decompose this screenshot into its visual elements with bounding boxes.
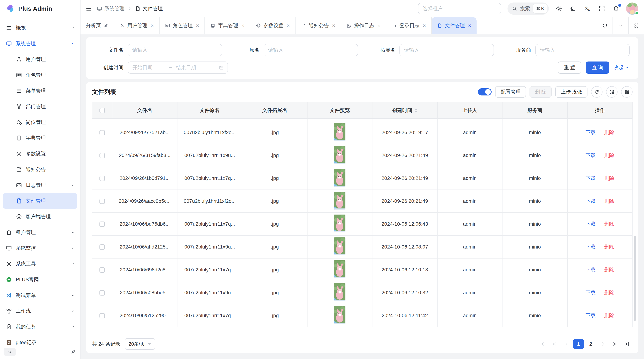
- config-manage-button[interactable]: 配置管理: [495, 86, 526, 98]
- row-checkbox[interactable]: [100, 222, 105, 227]
- tab-close-icon[interactable]: ×: [332, 23, 335, 28]
- sidebar-item-post-mgmt[interactable]: 岗位管理: [0, 114, 80, 130]
- delete-link[interactable]: 删除: [604, 221, 614, 227]
- sidebar-pin-button[interactable]: [70, 349, 76, 355]
- tab-close-icon[interactable]: ×: [196, 23, 199, 28]
- delete-link[interactable]: 删除: [604, 267, 614, 273]
- tab-user[interactable]: 用户管理×: [114, 17, 160, 34]
- sidebar-collapse-button[interactable]: [4, 348, 16, 356]
- tab-close-icon[interactable]: ×: [241, 23, 244, 28]
- cell-preview[interactable]: [307, 235, 372, 258]
- sidebar-item-tenant-mgmt[interactable]: 租户管理: [0, 225, 80, 240]
- filter-field-input[interactable]: [264, 44, 358, 56]
- download-link[interactable]: 下载: [586, 244, 596, 250]
- next-page-button[interactable]: [598, 339, 608, 349]
- tab-notice[interactable]: 通知公告×: [296, 17, 341, 34]
- sort-icon[interactable]: [414, 108, 417, 113]
- language-button[interactable]: 文A: [584, 5, 591, 12]
- prev-5-pages-button[interactable]: [549, 339, 560, 349]
- sidebar-item-param-setting[interactable]: 参数设置: [0, 146, 80, 162]
- column-header[interactable]: 创建时间: [372, 102, 438, 118]
- sidebar-item-log-mgmt[interactable]: 日志管理: [0, 177, 80, 193]
- column-header[interactable]: 操作: [568, 102, 632, 118]
- column-header[interactable]: 文件名: [112, 102, 177, 118]
- query-button[interactable]: 查 询: [586, 61, 609, 74]
- tab-close-icon[interactable]: ×: [423, 23, 426, 28]
- sidebar-item-test-menu[interactable]: 测试菜单: [0, 288, 80, 303]
- avatar[interactable]: [626, 2, 638, 15]
- sidebar-item-sys-monitor[interactable]: 系统监控: [0, 240, 80, 256]
- first-page-button[interactable]: [537, 339, 548, 349]
- sidebar-item-gitee-log[interactable]: gitee记录: [0, 335, 80, 345]
- sidebar-item-dict-mgmt[interactable]: 字典管理: [0, 130, 80, 146]
- global-search-button[interactable]: 搜索 K: [508, 2, 549, 15]
- fullscreen-button[interactable]: [598, 5, 605, 12]
- cell-preview[interactable]: [307, 167, 372, 190]
- tab-maximize-button[interactable]: [628, 17, 644, 34]
- row-checkbox[interactable]: [100, 313, 105, 319]
- cell-preview[interactable]: [307, 304, 372, 327]
- filter-field-input[interactable]: [128, 44, 222, 56]
- cell-preview[interactable]: [307, 258, 372, 281]
- tab-loginlog[interactable]: 登录日志×: [386, 17, 432, 34]
- tab-close-icon[interactable]: ×: [378, 23, 381, 28]
- cell-preview[interactable]: [307, 121, 372, 144]
- sidebar-item-user-mgmt[interactable]: 用户管理: [0, 51, 80, 67]
- download-link[interactable]: 下载: [586, 267, 596, 273]
- delete-link[interactable]: 删除: [604, 130, 614, 135]
- tab-oplog[interactable]: 操作日志×: [341, 17, 386, 34]
- menu-toggle-button[interactable]: [86, 5, 92, 12]
- sidebar-item-client-mgmt[interactable]: 客户端管理: [0, 209, 80, 225]
- download-link[interactable]: 下载: [586, 130, 596, 135]
- sidebar-item-system-mgmt[interactable]: 系统管理: [0, 36, 80, 51]
- breadcrumb-item[interactable]: 文件管理: [135, 5, 163, 12]
- search-toggle-switch[interactable]: [478, 88, 492, 95]
- delete-link[interactable]: 删除: [604, 175, 614, 181]
- sidebar-item-sys-tools[interactable]: 系统工具: [0, 256, 80, 272]
- tab-param[interactable]: 参数设置×: [250, 17, 296, 34]
- sidebar-item-notice[interactable]: 通知公告: [0, 162, 80, 177]
- table-scrollbar[interactable]: [634, 236, 636, 321]
- delete-link[interactable]: 删除: [604, 313, 614, 318]
- filter-field-input[interactable]: [400, 44, 494, 56]
- collapse-filter-link[interactable]: 收起: [614, 64, 630, 71]
- tab-analysis[interactable]: 分析页: [80, 17, 114, 34]
- sidebar-item-my-tasks[interactable]: 我的任务: [0, 319, 80, 335]
- row-checkbox[interactable]: [100, 267, 105, 273]
- sidebar-item-file-mgmt[interactable]: 文件管理: [3, 193, 77, 209]
- delete-link[interactable]: 删除: [604, 152, 614, 158]
- last-page-button[interactable]: [622, 339, 632, 349]
- cell-preview[interactable]: [307, 144, 372, 167]
- column-header[interactable]: 文件拓展名: [242, 102, 307, 118]
- download-link[interactable]: 下载: [586, 313, 596, 318]
- tab-close-icon[interactable]: ×: [468, 23, 471, 28]
- select-all-checkbox[interactable]: [100, 108, 105, 113]
- column-header[interactable]: 文件预览: [307, 102, 372, 118]
- next-5-pages-button[interactable]: [610, 339, 620, 349]
- row-checkbox[interactable]: [100, 130, 105, 135]
- notifications-button[interactable]: [612, 5, 620, 12]
- batch-delete-button[interactable]: 删 除: [530, 86, 552, 98]
- delete-link[interactable]: 删除: [604, 290, 614, 295]
- delete-link[interactable]: 删除: [604, 244, 614, 250]
- tab-close-icon[interactable]: ×: [150, 23, 154, 28]
- row-checkbox[interactable]: [100, 290, 105, 296]
- tab-dict[interactable]: 字典管理×: [205, 17, 250, 34]
- row-checkbox[interactable]: [100, 153, 105, 158]
- sidebar-item-dept-mgmt[interactable]: 部门管理: [0, 99, 80, 114]
- upload-button[interactable]: 上传 没做: [555, 86, 588, 98]
- tab-more-button[interactable]: [612, 17, 628, 34]
- cell-preview[interactable]: [307, 190, 372, 213]
- page-size-select[interactable]: 20条/页: [125, 338, 156, 350]
- row-checkbox[interactable]: [100, 199, 105, 204]
- cell-preview[interactable]: [307, 213, 372, 235]
- download-link[interactable]: 下载: [586, 198, 596, 204]
- filter-field-input[interactable]: [536, 44, 630, 56]
- sidebar-item-plus-site[interactable]: PLUS官网: [0, 272, 80, 288]
- column-header[interactable]: 服务商: [502, 102, 568, 118]
- date-range-input[interactable]: 开始日期 结束日期: [128, 61, 228, 74]
- tab-refresh-button[interactable]: [597, 17, 612, 34]
- delete-link[interactable]: 删除: [604, 198, 614, 204]
- tab-close-icon[interactable]: ×: [287, 23, 290, 28]
- column-header[interactable]: 文件原名: [177, 102, 242, 118]
